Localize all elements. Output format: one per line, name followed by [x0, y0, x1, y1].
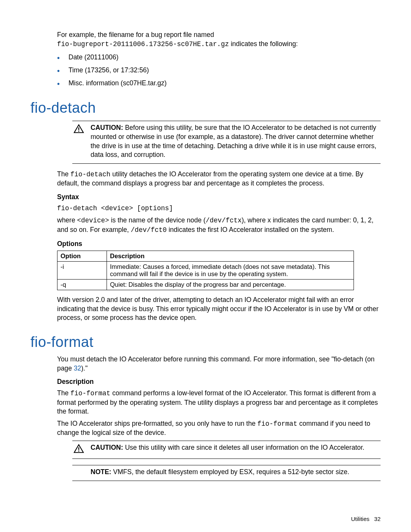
ff-p2-pre: The	[57, 389, 70, 397]
caution-callout: CAUTION: Use this utility with care sinc…	[72, 441, 381, 459]
p1-code: fio-detach	[70, 171, 110, 178]
where-text: where <device> is the name of the device…	[57, 216, 381, 235]
page-footer: Utilities 32	[351, 516, 381, 522]
caution-msg: Before using this utility, be sure that …	[91, 124, 376, 158]
ff-p1-post: )."	[81, 364, 88, 372]
heading-fio-detach: fio-detach	[30, 100, 381, 116]
intro-block: For example, the filename for a bug repo…	[57, 30, 381, 49]
fio-format-para3: The IO Accelerator ships pre-formatted, …	[57, 419, 381, 438]
ff-p1-pre: You must detach the IO Accelerator befor…	[57, 355, 374, 372]
desc-cell: Quiet: Disables the display of the progr…	[107, 280, 354, 290]
w-c3: /dev/fct0	[131, 226, 167, 234]
fio-format-para2: The fio-format command performs a low-le…	[57, 389, 381, 416]
note-text: NOTE: VMFS, the default filesystem emplo…	[91, 468, 381, 477]
th-option: Option	[57, 251, 107, 262]
w-post: indicates the first IO Accelerator insta…	[167, 226, 334, 233]
note-label: NOTE:	[91, 468, 111, 476]
list-item: Time (173256, or 17:32:56)	[59, 65, 381, 75]
intro-text: For example, the filename for a bug repo…	[57, 30, 381, 49]
w-c1: <device>	[77, 217, 109, 224]
caution-text: CAUTION: Use this utility with care sinc…	[91, 443, 381, 452]
note-body: NOTE: VMFS, the default filesystem emplo…	[91, 468, 381, 477]
svg-rect-1	[78, 131, 79, 132]
w-c2: /dev/fctx	[206, 217, 242, 224]
list-item: Misc. information (sc07HE.tar.gz)	[59, 78, 381, 88]
page-link-32[interactable]: 32	[74, 364, 81, 372]
options-label: Options	[57, 240, 381, 249]
fio-detach-para2: With version 2.0 and later of the driver…	[57, 296, 381, 323]
note-msg: VMFS, the default filesystem employed by…	[111, 468, 349, 476]
ff-p3-pre: The IO Accelerator ships pre-formatted, …	[57, 420, 257, 427]
intro-line1: For example, the filename for a bug repo…	[57, 31, 214, 38]
options-table: Option Description -i Immediate: Causes …	[57, 251, 354, 290]
caution-icon	[72, 443, 85, 455]
caution-msg: Use this utility with care since it dele…	[123, 444, 365, 451]
desc-cell: Immediate: Causes a forced, immediate de…	[107, 262, 354, 280]
svg-rect-2	[78, 447, 79, 450]
table-header-row: Option Description	[57, 251, 354, 262]
caution-icon	[72, 123, 85, 135]
page-container: For example, the filename for a bug repo…	[0, 0, 411, 532]
list-item: Date (20111006)	[59, 52, 381, 62]
caution-text: CAUTION: Before using this utility, be s…	[91, 123, 381, 160]
caution-label: CAUTION:	[91, 444, 123, 451]
svg-rect-3	[78, 451, 79, 452]
w-pre: where	[57, 216, 77, 224]
intro-bullet-list: Date (20111006) Time (173256, or 17:32:5…	[30, 52, 381, 88]
caution-label: CAUTION:	[91, 124, 123, 131]
table-row: -i Immediate: Causes a forced, immediate…	[57, 262, 354, 280]
th-description: Description	[107, 251, 354, 262]
syntax-label: Syntax	[57, 193, 381, 202]
syntax-code: fio-detach <device> [options]	[57, 204, 381, 213]
ff-p2-code: fio-format	[70, 390, 110, 397]
fio-detach-para1: The fio-detach utility detaches the IO A…	[57, 170, 381, 188]
intro-line1-post: indicates the following:	[229, 40, 298, 48]
svg-rect-0	[78, 128, 79, 130]
fio-format-para1: You must detach the IO Accelerator befor…	[57, 355, 381, 373]
w-m1: is the name of the device node (	[109, 216, 206, 224]
intro-filename-code: fio-bugreport-20111006.173256-sc07HE.tar…	[57, 40, 229, 48]
p1-pre: The	[57, 170, 70, 178]
note-callout: NOTE: VMFS, the default filesystem emplo…	[72, 465, 381, 481]
heading-fio-format: fio-format	[30, 334, 381, 350]
fio-detach-body: CAUTION: Before using this utility, be s…	[57, 121, 381, 323]
caution-callout: CAUTION: Before using this utility, be s…	[72, 121, 381, 164]
opt-cell: -i	[57, 262, 107, 280]
fio-format-body: You must detach the IO Accelerator befor…	[57, 355, 381, 481]
description-label: Description	[57, 377, 381, 387]
opt-cell: -q	[57, 280, 107, 290]
footer-section: Utilities	[351, 516, 369, 522]
table-row: -q Quiet: Disables the display of the pr…	[57, 280, 354, 290]
ff-p3-code: fio-format	[257, 420, 297, 428]
footer-page-number: 32	[374, 516, 381, 522]
caution-body: CAUTION: Before using this utility, be s…	[91, 123, 381, 160]
caution-body: CAUTION: Use this utility with care sinc…	[91, 443, 381, 452]
